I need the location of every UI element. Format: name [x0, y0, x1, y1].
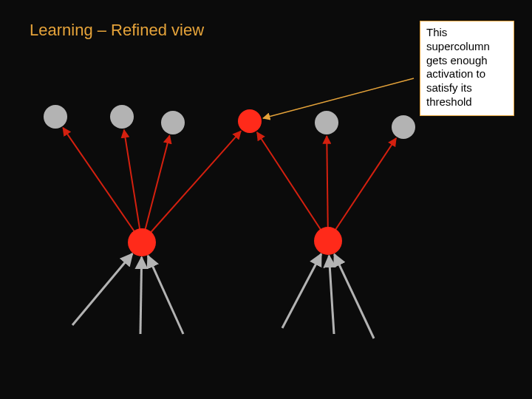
svg-line-1 [124, 130, 142, 242]
svg-line-2 [142, 135, 169, 242]
top-node [161, 111, 185, 134]
callout-text: This supercolumn gets enough activation … [426, 26, 490, 108]
red-arrows-group [63, 128, 396, 242]
middle-nodes-group [128, 227, 342, 256]
svg-line-12 [335, 254, 374, 338]
gray-arrows-group [72, 253, 374, 338]
top-nodes-group [44, 105, 415, 139]
svg-line-8 [140, 257, 142, 334]
middle-node [314, 227, 342, 255]
svg-line-10 [282, 254, 321, 328]
top-node [238, 109, 262, 133]
svg-line-0 [63, 128, 142, 242]
yellow-arrow-group [263, 78, 414, 118]
top-node [392, 115, 415, 139]
svg-line-4 [257, 132, 328, 241]
top-node [315, 111, 338, 134]
page-title: Learning – Refined view [30, 21, 204, 40]
svg-line-3 [142, 131, 241, 242]
top-node [44, 105, 67, 129]
top-node [110, 105, 134, 129]
svg-line-6 [328, 138, 396, 241]
middle-node [128, 228, 156, 256]
callout-box: This supercolumn gets enough activation … [420, 21, 514, 116]
svg-line-7 [72, 253, 132, 325]
svg-line-13 [263, 78, 414, 118]
svg-line-5 [327, 136, 328, 241]
svg-line-11 [329, 256, 334, 334]
svg-line-9 [148, 256, 183, 334]
